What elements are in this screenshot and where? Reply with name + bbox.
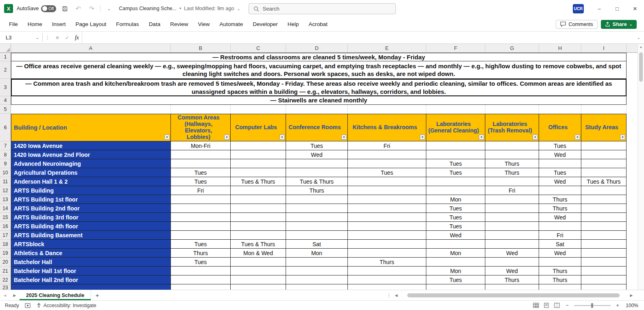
ribbon-tab-data[interactable]: Data — [144, 17, 166, 32]
row-header-1[interactable]: 1 — [0, 53, 11, 61]
schedule-cell[interactable] — [539, 186, 581, 195]
filter-button[interactable]: ▼ — [224, 134, 229, 140]
schedule-cell[interactable] — [286, 258, 348, 267]
schedule-cell[interactable]: Mon — [426, 249, 485, 258]
schedule-cell[interactable]: Tues — [539, 168, 581, 177]
schedule-cell[interactable] — [171, 204, 231, 213]
ribbon-tab-acrobat[interactable]: Acrobat — [304, 17, 333, 32]
row-header-17[interactable]: 17 — [0, 231, 11, 240]
schedule-cell[interactable]: Mon — [286, 249, 348, 258]
building-cell[interactable]: ARTS Building Basement — [11, 231, 171, 240]
row-header-2[interactable]: 2 — [0, 61, 11, 79]
schedule-cell[interactable]: Thurs — [485, 275, 539, 284]
building-cell[interactable]: Batchelor Hall — [11, 258, 171, 267]
row-header-10[interactable]: 10 — [0, 168, 11, 177]
row-header-7[interactable]: 7 — [0, 141, 11, 150]
schedule-cell[interactable]: Wed — [539, 249, 581, 258]
filter-button[interactable]: ▼ — [279, 134, 285, 140]
filter-button[interactable]: ▼ — [341, 134, 347, 140]
row-header-11[interactable]: 11 — [0, 177, 11, 186]
schedule-cell[interactable]: Tues — [539, 141, 581, 150]
schedule-cell[interactable] — [286, 195, 348, 204]
schedule-cell[interactable] — [231, 168, 286, 177]
schedule-cell[interactable] — [581, 204, 627, 213]
horizontal-scrollbar[interactable] — [401, 293, 627, 298]
blank-cell[interactable] — [171, 105, 231, 114]
schedule-cell[interactable] — [539, 258, 581, 267]
schedule-cell[interactable] — [286, 222, 348, 231]
schedule-cell[interactable]: Thurs — [286, 186, 348, 195]
schedule-cell[interactable] — [485, 141, 539, 150]
page-layout-view-button[interactable] — [543, 303, 550, 308]
schedule-cell[interactable]: Tues & Thurs — [286, 177, 348, 186]
schedule-cell[interactable] — [231, 141, 286, 150]
schedule-cell[interactable] — [231, 150, 286, 159]
add-sheet-button[interactable]: + — [91, 292, 103, 299]
building-cell[interactable]: ARTS Building 2nd floor — [11, 204, 171, 213]
schedule-cell[interactable] — [231, 275, 286, 284]
schedule-cell[interactable] — [581, 240, 627, 249]
building-cell[interactable]: Athletics & Dance — [11, 249, 171, 258]
schedule-cell[interactable] — [581, 258, 627, 267]
schedule-cell[interactable] — [485, 150, 539, 159]
blank-cell[interactable] — [485, 105, 539, 114]
column-header-D[interactable]: D — [286, 44, 348, 52]
schedule-cell[interactable] — [581, 275, 627, 284]
ribbon-tab-insert[interactable]: Insert — [47, 17, 71, 32]
blank-cell[interactable] — [539, 105, 581, 114]
schedule-cell[interactable] — [348, 177, 426, 186]
schedule-cell[interactable] — [348, 231, 426, 240]
zoom-in-button[interactable]: + — [615, 302, 620, 308]
schedule-cell[interactable]: Wed — [539, 177, 581, 186]
blank-cell[interactable] — [426, 105, 485, 114]
schedule-cell[interactable] — [286, 168, 348, 177]
building-cell[interactable]: Agricultural Operations — [11, 168, 171, 177]
schedule-cell[interactable] — [348, 186, 426, 195]
row-header-14[interactable]: 14 — [0, 204, 11, 213]
filter-button[interactable]: ▼ — [620, 134, 625, 140]
sheet-tab-active[interactable]: 2025 Cleaning Schedule — [20, 290, 91, 300]
schedule-cell[interactable] — [485, 222, 539, 231]
schedule-cell[interactable]: Tues — [426, 222, 485, 231]
chevron-down-icon[interactable]: ⌄ — [237, 7, 240, 11]
schedule-cell[interactable] — [171, 222, 231, 231]
schedule-cell[interactable] — [231, 186, 286, 195]
schedule-cell[interactable]: Tues — [426, 168, 485, 177]
building-cell[interactable]: ARTS Building — [11, 186, 171, 195]
row-header-20[interactable]: 20 — [0, 258, 11, 267]
comments-button[interactable]: Comments — [556, 20, 597, 29]
macro-record-button[interactable] — [25, 303, 31, 308]
next-sheet-button[interactable]: ▶ — [10, 293, 20, 297]
schedule-cell[interactable] — [171, 284, 231, 290]
schedule-cell[interactable] — [171, 213, 231, 222]
schedule-cell[interactable]: Tues & Thurs — [581, 177, 627, 186]
schedule-cell[interactable]: Thurs — [539, 275, 581, 284]
schedule-cell[interactable]: Mon — [426, 195, 485, 204]
schedule-cell[interactable] — [286, 204, 348, 213]
schedule-cell[interactable] — [426, 150, 485, 159]
schedule-cell[interactable] — [348, 222, 426, 231]
filter-button[interactable]: ▼ — [533, 134, 538, 140]
schedule-cell[interactable]: Tues & Thurs — [231, 240, 286, 249]
note-cell[interactable]: — Restrooms and classrooms are cleaned 5… — [11, 53, 627, 61]
schedule-cell[interactable]: Thurs — [539, 195, 581, 204]
schedule-cell[interactable] — [581, 150, 627, 159]
schedule-cell[interactable] — [581, 267, 627, 275]
zoom-slider-knob[interactable] — [591, 303, 593, 308]
blank-cell[interactable] — [348, 105, 426, 114]
formula-input[interactable] — [82, 32, 633, 43]
building-cell[interactable]: Advanced Neuroimaging — [11, 159, 171, 168]
schedule-cell[interactable]: Tues — [171, 258, 231, 267]
ribbon-tab-help[interactable]: Help — [283, 17, 304, 32]
row-header-12[interactable]: 12 — [0, 186, 11, 195]
schedule-cell[interactable]: Thurs — [348, 258, 426, 267]
schedule-cell[interactable] — [348, 267, 426, 275]
building-cell[interactable]: ARTS Building 4th floor — [11, 222, 171, 231]
schedule-cell[interactable]: Tues — [171, 168, 231, 177]
schedule-cell[interactable] — [171, 150, 231, 159]
schedule-cell[interactable] — [286, 159, 348, 168]
schedule-cell[interactable]: Wed — [286, 150, 348, 159]
schedule-cell[interactable] — [581, 168, 627, 177]
schedule-cell[interactable] — [485, 195, 539, 204]
schedule-cell[interactable] — [426, 240, 485, 249]
